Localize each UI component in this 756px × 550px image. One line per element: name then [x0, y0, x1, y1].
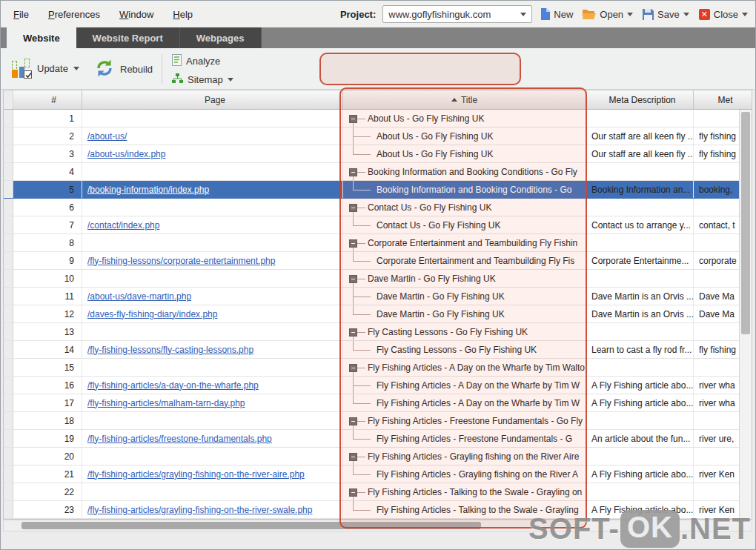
menu-file[interactable]: File [13, 9, 29, 20]
table-row[interactable]: 7/contact/index.phpContact Us - Go Fly F… [4, 216, 752, 234]
table-row[interactable]: 13Fly Casting Lessons - Go Fly Fishing U… [4, 323, 752, 341]
page-link[interactable]: /fly-fishing-articles/freestone-fundamen… [87, 434, 272, 444]
table-row[interactable]: 16/fly-fishing-articles/a-day-on-the-wha… [4, 377, 752, 394]
table-row[interactable]: 12/daves-fly-fishing-diary/index.phpDave… [4, 305, 752, 323]
table-header: # Page Title Meta Description Met [4, 90, 752, 110]
project-select[interactable]: www.goflyfishinguk.com [382, 5, 532, 23]
collapse-node-icon[interactable] [349, 239, 357, 248]
menu-help[interactable]: Help [173, 9, 193, 20]
menu-preferences[interactable]: Preferences [48, 9, 100, 20]
tab-website-report[interactable]: Website Report [76, 27, 180, 48]
table-row[interactable]: 17/fly-fishing-articles/malham-tarn-day.… [4, 394, 752, 412]
page-link[interactable]: /fly-fishing-lessons/corporate-entertain… [87, 256, 275, 266]
collapse-node-icon[interactable] [349, 488, 357, 497]
table-row[interactable]: 15Fly Fishing Articles - A Day on the Wh… [4, 359, 752, 377]
table-row[interactable]: 22Fly Fishing Articles - Talking to the … [4, 483, 752, 501]
row-number-cell: 2 [13, 127, 82, 145]
table-row[interactable]: 8Corporate Entertainment and Teambuildin… [4, 234, 752, 252]
close-project-button[interactable]: ✕ Close [697, 7, 749, 22]
collapse-node-icon[interactable] [349, 204, 357, 212]
page-link[interactable]: /fly-fishing-articles/grayling-fishing-o… [87, 505, 312, 515]
title-cell: Dave Martin - Go Fly Fishing UK [343, 270, 586, 287]
meta-description-cell [586, 359, 694, 376]
page-link[interactable]: /about-us/ [87, 131, 127, 142]
table-row[interactable]: 1About Us - Go Fly Fishing UK [4, 110, 752, 127]
vertical-scrollbar-thumb[interactable] [741, 112, 750, 334]
table-row[interactable]: 9/fly-fishing-lessons/corporate-entertai… [4, 252, 752, 270]
tree-connector [349, 465, 374, 483]
title-cell: Booking Information and Booking Conditio… [343, 163, 586, 180]
table-row[interactable]: 2/about-us/About Us - Go Fly Fishing UKO… [4, 127, 752, 145]
row-number-cell: 12 [13, 305, 82, 322]
page-link[interactable]: /booking-information/index.php [87, 185, 209, 195]
row-gutter [4, 341, 13, 358]
collapse-node-icon[interactable] [349, 453, 357, 461]
table-row[interactable]: 6Contact Us - Go Fly Fishing UK [4, 199, 752, 216]
row-gutter [4, 501, 13, 518]
table-row[interactable]: 14/fly-fishing-lessons/fly-casting-lesso… [4, 341, 752, 359]
row-number-cell: 8 [13, 234, 82, 251]
analyze-button[interactable]: Analyze [172, 53, 220, 69]
vertical-scrollbar[interactable] [739, 110, 752, 519]
table-row[interactable]: 3/about-us/index.phpAbout Us - Go Fly Fi… [4, 145, 752, 163]
page-link[interactable]: /fly-fishing-lessons/fly-casting-lessons… [87, 345, 253, 355]
row-gutter [4, 323, 13, 340]
table-row[interactable]: 4Booking Information and Booking Conditi… [4, 163, 752, 181]
title-text: Dave Martin - Go Fly Fishing UK [368, 274, 496, 284]
rebuild-button[interactable]: Rebuild [94, 58, 153, 81]
watermark-badge: OK [620, 510, 680, 548]
table-row[interactable]: 11/about-us/dave-martin.phpDave Martin -… [4, 288, 752, 305]
update-button[interactable]: Update [12, 59, 79, 79]
row-number-cell: 19 [13, 430, 82, 447]
table-row[interactable]: 19/fly-fishing-articles/freestone-fundam… [4, 430, 752, 448]
page-link[interactable]: /about-us/dave-martin.php [87, 291, 191, 302]
column-header-meta-description[interactable]: Meta Description [586, 90, 694, 109]
tree-connector [349, 501, 374, 518]
title-cell: Corporate Entertainment and Teambuilding… [343, 252, 586, 269]
menubar: File Preferences Window Help Project: ww… [1, 1, 755, 27]
table-row[interactable]: 5/booking-information/index.phpBooking I… [4, 181, 752, 199]
page-cell: /daves-fly-fishing-diary/index.php [82, 305, 343, 322]
table-row[interactable]: 18Fly Fishing Articles - Freestone Funda… [4, 412, 752, 430]
close-icon: ✕ [699, 9, 710, 20]
page-cell: /fly-fishing-articles/grayling-fishing-o… [82, 465, 343, 483]
page-link[interactable]: /about-us/index.php [87, 149, 165, 159]
save-project-button[interactable]: Save [641, 7, 691, 22]
sitemap-button[interactable]: Sitemap [172, 71, 233, 87]
page-link[interactable]: /fly-fishing-articles/malham-tarn-day.ph… [87, 398, 245, 408]
row-gutter [4, 394, 13, 411]
title-cell: Fly Casting Lessons - Go Fly Fishing UK [343, 341, 586, 358]
horizontal-scrollbar-thumb[interactable] [21, 522, 481, 529]
page-link[interactable]: /fly-fishing-articles/grayling-fishing-o… [87, 469, 305, 480]
table-row[interactable]: 20Fly Fishing Articles - Grayling fishin… [4, 448, 752, 465]
sitemap-icon [172, 73, 183, 86]
column-header-meta-keywords[interactable]: Met [694, 90, 752, 109]
analyze-sitemap-group: Analyze Sitemap [172, 53, 233, 87]
collapse-node-icon[interactable] [349, 168, 357, 176]
save-button-label: Save [657, 9, 680, 20]
page-link[interactable]: /daves-fly-fishing-diary/index.php [87, 309, 217, 319]
column-header-page[interactable]: Page [82, 90, 343, 109]
column-header-number[interactable]: # [13, 90, 82, 109]
collapse-node-icon[interactable] [349, 275, 357, 283]
table-row[interactable]: 10Dave Martin - Go Fly Fishing UK [4, 270, 752, 288]
row-gutter [4, 181, 13, 198]
title-cell: Contact Us - Go Fly Fishing UK [343, 216, 586, 233]
page-link[interactable]: /fly-fishing-articles/a-day-on-the-wharf… [87, 380, 259, 391]
table-row[interactable]: 21/fly-fishing-articles/grayling-fishing… [4, 465, 752, 483]
new-project-button[interactable]: New [539, 6, 574, 22]
collapse-node-icon[interactable] [349, 364, 357, 372]
tab-webpages[interactable]: Webpages [180, 27, 262, 48]
tree-branch [349, 412, 365, 429]
open-project-button[interactable]: Open [581, 7, 634, 22]
collapse-node-icon[interactable] [349, 115, 357, 123]
row-number-cell: 23 [13, 501, 82, 518]
update-label: Update [37, 63, 68, 74]
title-cell: Fly Casting Lessons - Go Fly Fishing UK [343, 323, 586, 340]
page-link[interactable]: /contact/index.php [87, 220, 159, 231]
tab-website[interactable]: Website [7, 27, 76, 48]
menu-window[interactable]: Window [119, 9, 153, 20]
column-header-title[interactable]: Title [343, 90, 586, 109]
collapse-node-icon[interactable] [349, 328, 357, 337]
collapse-node-icon[interactable] [349, 417, 357, 425]
